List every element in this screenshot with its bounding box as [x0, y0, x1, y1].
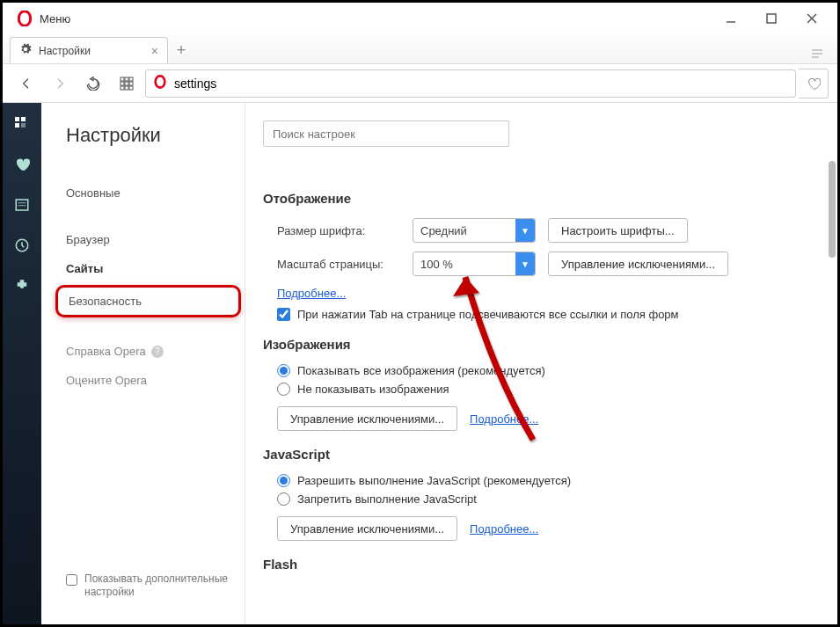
show-advanced-checkbox[interactable]: Показывать дополнительные настройки [66, 572, 230, 600]
history-clock-icon[interactable] [13, 237, 31, 254]
settings-sidebar: Настройки Основные Браузер Сайты Безопас… [41, 103, 245, 624]
tab-highlight-checkbox[interactable] [277, 308, 290, 321]
images-show-radio[interactable] [277, 364, 290, 377]
images-exceptions-button[interactable]: Управление исключениями... [277, 406, 457, 431]
back-button[interactable] [11, 69, 41, 98]
opera-logo-icon [17, 11, 33, 26]
display-more-link[interactable]: Подробнее... [277, 287, 346, 300]
speed-dial-icon[interactable] [13, 115, 31, 133]
bookmark-heart-button[interactable] [799, 69, 829, 98]
section-display: Отображение [263, 191, 816, 206]
tab-highlight-label: При нажатии Tab на странице подсвечивают… [297, 308, 679, 321]
close-tab-icon[interactable]: × [151, 44, 158, 58]
js-allow-radio[interactable] [277, 474, 290, 487]
navigation-toolbar [3, 64, 837, 103]
tab-settings[interactable]: Настройки × [10, 37, 168, 63]
bookmarks-heart-icon[interactable] [13, 156, 31, 173]
chevron-down-icon: ▼ [515, 219, 535, 242]
extensions-icon[interactable] [13, 277, 31, 295]
customize-fonts-button[interactable]: Настроить шрифты... [548, 218, 688, 243]
images-show-label: Показывать все изображения (рекомендуетс… [297, 364, 545, 377]
js-allow-label: Разрешить выполнение JavaScript (рекомен… [297, 474, 571, 487]
nav-rate[interactable]: Оцените Opera [66, 366, 230, 395]
tab-menu-icon[interactable] [797, 47, 837, 63]
svg-rect-19 [21, 117, 26, 121]
svg-rect-9 [125, 77, 128, 81]
nav-sites[interactable]: Сайты [66, 254, 230, 283]
minimize-button[interactable] [711, 4, 751, 33]
address-input[interactable] [174, 77, 788, 91]
svg-rect-16 [129, 86, 133, 90]
images-more-link[interactable]: Подробнее... [470, 412, 538, 426]
js-more-link[interactable]: Подробнее... [470, 522, 538, 536]
news-icon[interactable] [13, 196, 31, 214]
tab-bar: Настройки × + [3, 34, 837, 64]
js-deny-radio[interactable] [277, 492, 290, 506]
images-hide-label: Не показывать изображения [297, 383, 449, 396]
nav-security[interactable]: Безопасность [55, 285, 241, 317]
gear-icon [19, 43, 32, 58]
svg-rect-20 [15, 123, 19, 128]
font-size-select[interactable]: Средний▼ [413, 218, 536, 243]
reload-button[interactable] [78, 69, 108, 98]
nav-browser[interactable]: Браузер [66, 225, 230, 254]
window-titlebar: Меню [3, 3, 837, 34]
settings-main: Отображение Размер шрифта: Средний▼ Наст… [245, 103, 837, 624]
forward-button[interactable] [45, 69, 75, 98]
advanced-checkbox-label: Показывать дополнительные настройки [84, 572, 230, 600]
left-rail [3, 103, 41, 624]
address-bar[interactable] [145, 69, 796, 98]
svg-rect-2 [767, 14, 776, 23]
menu-label[interactable]: Меню [40, 12, 70, 26]
close-window-button[interactable] [792, 4, 832, 33]
svg-point-17 [156, 76, 165, 87]
speed-dial-button[interactable] [112, 69, 142, 98]
svg-rect-8 [121, 77, 124, 81]
settings-search-input[interactable] [263, 120, 509, 147]
svg-rect-14 [121, 86, 124, 90]
section-images: Изображения [263, 337, 816, 352]
section-flash: Flash [263, 557, 816, 572]
page-title: Настройки [66, 124, 230, 147]
js-exceptions-button[interactable]: Управление исключениями... [277, 516, 457, 541]
svg-rect-13 [129, 82, 133, 85]
maximize-button[interactable] [751, 4, 792, 33]
svg-rect-10 [129, 77, 133, 81]
page-zoom-label: Масштаб страницы: [277, 258, 400, 271]
section-javascript: JavaScript [263, 447, 816, 462]
scrollbar-thumb[interactable] [829, 161, 836, 258]
svg-point-0 [18, 11, 31, 26]
tab-title: Настройки [39, 45, 91, 57]
chevron-down-icon: ▼ [515, 252, 535, 275]
advanced-checkbox-input[interactable] [66, 574, 77, 586]
opera-badge-icon [153, 75, 167, 92]
svg-rect-15 [125, 86, 128, 90]
images-hide-radio[interactable] [277, 383, 290, 396]
svg-rect-18 [15, 117, 19, 121]
zoom-exceptions-button[interactable]: Управление исключениями... [548, 252, 728, 276]
page-zoom-select[interactable]: 100 %▼ [413, 252, 536, 276]
svg-rect-11 [121, 82, 124, 85]
svg-rect-12 [125, 82, 128, 85]
js-deny-label: Запретить выполнение JavaScript [297, 492, 477, 506]
nav-help[interactable]: Справка Opera? [66, 337, 230, 366]
font-size-label: Размер шрифта: [277, 224, 400, 237]
svg-rect-22 [16, 200, 28, 210]
nav-basic[interactable]: Основные [66, 179, 230, 208]
svg-rect-21 [21, 123, 26, 128]
question-icon: ? [151, 346, 164, 358]
new-tab-button[interactable]: + [168, 37, 194, 63]
